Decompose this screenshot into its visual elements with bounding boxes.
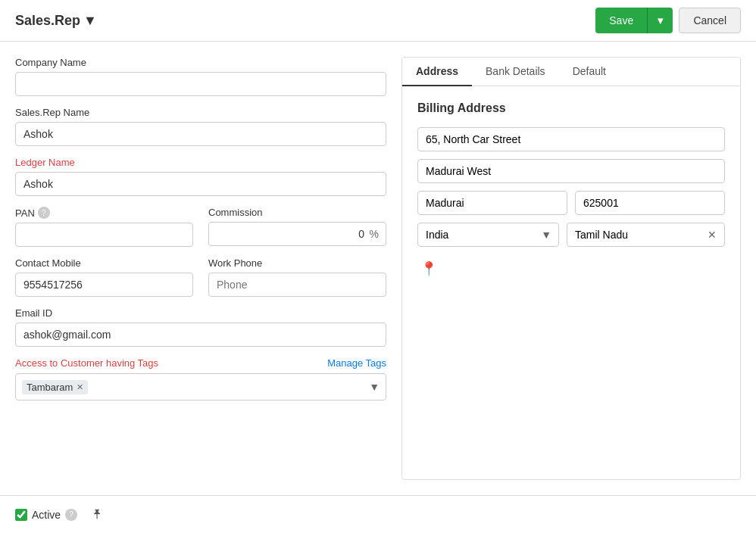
- tab-bank-details[interactable]: Bank Details: [472, 58, 559, 86]
- country-state-row: India ▼ ✕: [417, 223, 725, 247]
- page-title: Sales.Rep ▼: [15, 13, 97, 29]
- app-header: Sales.Rep ▼ Save ▼ Cancel: [0, 0, 756, 42]
- state-input-wrap: ✕: [567, 223, 725, 247]
- ledger-name-input[interactable]: [15, 172, 386, 196]
- main-content: Company Name Sales.Rep Name Ledger Name …: [0, 42, 756, 495]
- city-input[interactable]: [417, 191, 567, 215]
- active-checkbox[interactable]: [15, 509, 27, 521]
- state-clear-button[interactable]: ✕: [708, 229, 717, 241]
- tabs-bar: Address Bank Details Default: [402, 58, 740, 86]
- location-pin-icon[interactable]: 📍: [420, 260, 437, 277]
- email-label: Email ID: [15, 307, 386, 319]
- footer: Active ? 🖈: [0, 495, 756, 533]
- header-actions: Save ▼ Cancel: [595, 8, 741, 33]
- right-panel: Address Bank Details Default Billing Add…: [401, 57, 741, 480]
- title-text: Sales.Rep: [15, 13, 80, 29]
- state-input[interactable]: [575, 223, 708, 246]
- tags-input-wrap[interactable]: Tambaram ✕ ▼: [15, 373, 386, 401]
- tags-section: Access to Customer having Tags Manage Ta…: [15, 357, 386, 401]
- pan-group: PAN ?: [15, 207, 193, 247]
- tab-address[interactable]: Address: [402, 58, 472, 86]
- tags-dropdown-arrow[interactable]: ▼: [369, 381, 380, 393]
- contact-mobile-label: Contact Mobile: [15, 257, 193, 269]
- attachment-button[interactable]: 🖈: [91, 507, 105, 522]
- tags-header: Access to Customer having Tags Manage Ta…: [15, 357, 386, 369]
- ledger-name-label: Ledger Name: [15, 157, 386, 168]
- ledger-name-group: Ledger Name: [15, 157, 386, 196]
- work-phone-input[interactable]: [208, 273, 386, 297]
- cancel-button[interactable]: Cancel: [679, 8, 741, 33]
- city-pincode-row: [417, 191, 725, 215]
- contact-mobile-input[interactable]: [15, 273, 193, 297]
- company-name-group: Company Name: [15, 57, 386, 96]
- phone-row: Contact Mobile Work Phone: [15, 257, 386, 307]
- left-panel: Company Name Sales.Rep Name Ledger Name …: [15, 57, 386, 480]
- country-select[interactable]: India: [417, 223, 559, 247]
- pan-commission-row: PAN ? Commission %: [15, 207, 386, 257]
- tag-chip-remove-button[interactable]: ✕: [77, 383, 83, 391]
- commission-input[interactable]: [208, 222, 386, 246]
- work-phone-label: Work Phone: [208, 257, 386, 269]
- sales-rep-name-input[interactable]: [15, 122, 386, 146]
- title-dropdown-icon[interactable]: ▼: [83, 13, 97, 29]
- tag-chip-label: Tambaram: [27, 382, 73, 393]
- email-input[interactable]: [15, 323, 386, 347]
- company-name-label: Company Name: [15, 57, 386, 68]
- tags-label: Access to Customer having Tags: [15, 357, 158, 369]
- address-line2-input[interactable]: [417, 159, 725, 183]
- commission-group: Commission %: [208, 207, 386, 247]
- save-dropdown-button[interactable]: ▼: [647, 8, 673, 33]
- commission-symbol: %: [370, 228, 379, 240]
- sales-rep-name-label: Sales.Rep Name: [15, 107, 386, 118]
- tab-address-content: Billing Address India ▼ ✕: [402, 86, 740, 298]
- address-line1-input[interactable]: [417, 127, 725, 151]
- tab-default[interactable]: Default: [559, 58, 620, 86]
- active-label: Active: [32, 509, 61, 521]
- pan-help-icon[interactable]: ?: [38, 207, 50, 219]
- sales-rep-name-group: Sales.Rep Name: [15, 107, 386, 146]
- email-group: Email ID: [15, 307, 386, 347]
- pan-label: PAN: [15, 207, 35, 219]
- billing-title: Billing Address: [417, 101, 725, 115]
- country-select-wrap: India ▼: [417, 223, 559, 247]
- pincode-input[interactable]: [575, 191, 725, 215]
- contact-mobile-group: Contact Mobile: [15, 257, 193, 297]
- tag-chip-tambaram: Tambaram ✕: [22, 380, 88, 394]
- location-row: 📍: [417, 254, 725, 283]
- manage-tags-link[interactable]: Manage Tags: [327, 357, 386, 369]
- work-phone-group: Work Phone: [208, 257, 386, 297]
- save-button[interactable]: Save: [595, 8, 647, 33]
- active-help-icon[interactable]: ?: [65, 509, 77, 521]
- pan-input[interactable]: [15, 223, 193, 247]
- company-name-input[interactable]: [15, 72, 386, 96]
- commission-label: Commission: [208, 207, 386, 218]
- save-button-group: Save ▼: [595, 8, 673, 33]
- active-checkbox-wrap: Active ?: [15, 509, 77, 521]
